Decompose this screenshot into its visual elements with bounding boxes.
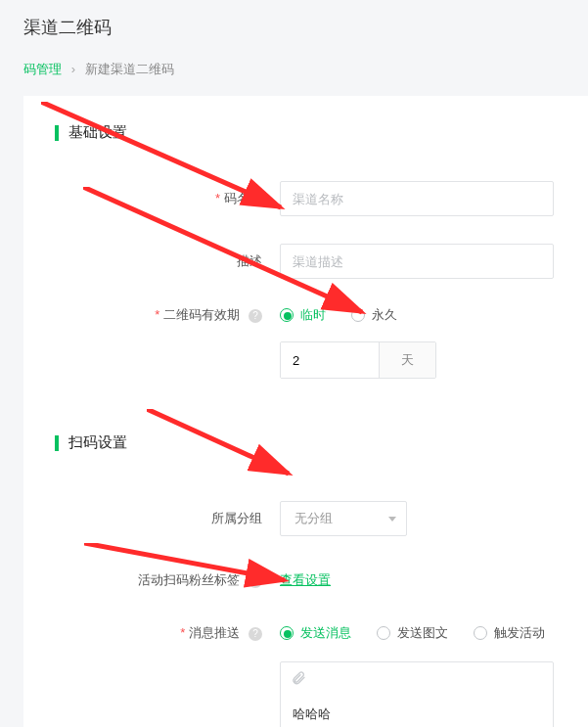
fan-tag-view-link[interactable]: 查看设置 [280,572,331,587]
group-select[interactable]: 无分组 [280,501,407,536]
row-desc: 描述 [23,244,588,279]
label-code-name: *码名称 [55,190,280,207]
validity-radio-group: 临时 永久 [280,306,588,324]
radio-dot-icon [474,626,487,640]
row-msg-box: 哈哈哈 [23,661,588,727]
row-group: 所属分组 无分组 [23,501,588,536]
section-basic-title: 基础设置 [23,123,588,142]
code-name-input[interactable] [280,181,554,216]
label-validity: *二维码有效期 ? [55,306,280,324]
radio-dot-icon [280,626,294,640]
message-content: 哈哈哈 [293,672,541,723]
page-title: 渠道二维码 [0,0,588,51]
attachment-icon[interactable] [291,670,306,691]
section-scan-title: 扫码设置 [23,433,588,452]
push-radio-send-media[interactable]: 发送图文 [377,624,448,642]
row-validity: *二维码有效期 ? 临时 永久 [23,306,588,324]
breadcrumb-current: 新建渠道二维码 [85,62,174,76]
breadcrumb-link[interactable]: 码管理 [23,62,62,76]
help-icon: ? [249,627,262,641]
label-group: 所属分组 [55,510,280,527]
breadcrumb-sep: › [71,62,75,76]
desc-input[interactable] [280,244,554,279]
row-push: *消息推送 ? 发送消息 发送图文 触发活动 [23,624,588,642]
row-code-name: *码名称 [23,181,588,216]
push-radio-trigger-activity[interactable]: 触发活动 [474,624,545,642]
push-radio-group: 发送消息 发送图文 触发活动 [280,624,588,642]
duration-wrap: 天 [280,341,436,379]
breadcrumb: 码管理 › 新建渠道二维码 [0,51,588,96]
label-desc: 描述 [55,252,280,270]
duration-unit: 天 [379,342,435,378]
label-fan-tag: 活动扫码粉丝标签 ? [55,571,280,589]
duration-input[interactable] [281,342,379,378]
validity-radio-perm[interactable]: 永久 [351,306,397,324]
radio-dot-icon [377,626,390,640]
chevron-down-icon [388,517,396,522]
row-fan-tag: 活动扫码粉丝标签 ? 查看设置 [23,571,588,589]
row-duration: 天 [23,341,588,379]
validity-radio-temp[interactable]: 临时 [280,306,326,324]
form-card: 基础设置 *码名称 描述 *二维码有效期 ? 临时 [23,96,588,727]
label-push: *消息推送 ? [55,624,280,642]
message-editor[interactable]: 哈哈哈 [280,661,554,727]
radio-dot-icon [280,308,294,322]
help-icon: ? [249,309,262,323]
help-icon: ? [249,574,262,588]
radio-dot-icon [351,308,365,322]
push-radio-send-msg[interactable]: 发送消息 [280,624,351,642]
